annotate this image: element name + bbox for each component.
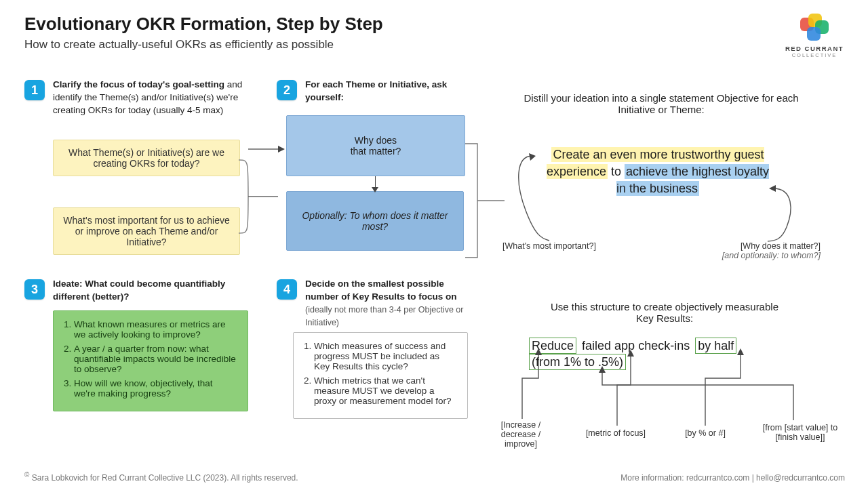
obj-ann-right-1: [Why does it matter?]	[741, 241, 821, 251]
arrowhead-down-icon	[372, 187, 378, 192]
page-subtitle: How to create actually-useful OKRs as ef…	[24, 38, 334, 52]
step-2-box-why: Why does that matter?	[286, 115, 465, 176]
step-1-question-1: What Theme(s) or Initiative(s) are we cr…	[53, 140, 240, 176]
step-4-li-1: Which measures of success and progress M…	[314, 341, 456, 371]
kr-ann-1: [Increase / decrease / improve]	[487, 420, 555, 449]
step-3-bold: Ideate: What could become quantifiably d…	[53, 279, 225, 302]
svg-marker-0	[278, 146, 285, 152]
kr-tag-amount: by half	[695, 338, 736, 354]
step-4-bold: Decide on the smallest possible number o…	[305, 279, 457, 302]
kr-metric: failed app check-ins	[580, 338, 692, 353]
kr-tag-verb: Reduce	[529, 338, 576, 354]
step-1-badge: 1	[24, 80, 45, 100]
kr-ann-2: [metric of focus]	[575, 428, 656, 438]
brand-logo: RED CURRANT COLLECTIVE	[784, 14, 845, 58]
objective-statement: Create an even more trustworthy guest ex…	[542, 146, 773, 198]
brand-name-1: RED CURRANT	[784, 45, 845, 52]
kr-intro: Use this structure to create objectively…	[542, 301, 787, 324]
step-4-li-2: Which metrics that we can't measure MUST…	[314, 375, 456, 406]
obj-highlight-why: achieve the highest loyalty in the busin…	[616, 164, 769, 196]
brand-name-2: COLLECTIVE	[784, 52, 845, 58]
logo-icon	[800, 14, 829, 42]
svg-marker-1	[529, 153, 536, 161]
step-1-question-2: What's most important for us to achieve …	[53, 207, 240, 255]
step-4-questions: Which measures of success and progress M…	[293, 332, 468, 419]
step-3-badge: 3	[24, 279, 45, 300]
kr-tag-range: (from 1% to .5%)	[529, 354, 626, 370]
step-3-li-2: A year / a quarter from now: what quanti…	[74, 344, 237, 374]
obj-ann-right-2: [and optionally: to whom?]	[722, 251, 821, 260]
step-1-text: Clarify the focus of today's goal-settin…	[53, 79, 243, 117]
step-2-box-whom: Optionally: To whom does it matter most?	[286, 191, 464, 251]
step-4-note: (ideally not more than 3-4 per Objective…	[305, 305, 463, 327]
kr-ann-4: [from [start value] to [finish value]]	[753, 423, 848, 442]
step-3-li-3: How will we know, objectively, that we'r…	[74, 378, 237, 399]
obj-joiner: to	[608, 165, 625, 178]
step-3-questions: What known measures or metrics are we ac…	[53, 310, 248, 411]
page-title: Evolutionary OKR Formation, Step by Step	[24, 14, 383, 35]
step-2-bold: For each Theme or Initiative, ask yourse…	[305, 79, 447, 102]
step-3-text: Ideate: What could become quantifiably d…	[53, 278, 243, 304]
footer-right: More information: redcurrantco.com | hel…	[620, 473, 845, 483]
step-1-bold: Clarify the focus of today's goal-settin…	[53, 79, 224, 89]
step-2-text: For each Theme or Initiative, ask yourse…	[305, 79, 461, 104]
footer-left: © Sara Lobkovich for Red Currant Collect…	[24, 471, 298, 483]
obj-ann-right: [Why does it matter?] [and optionally: t…	[698, 241, 821, 260]
step-4-text: Decide on the smallest possible number o…	[305, 278, 468, 329]
obj-ann-left: [What's most important?]	[488, 241, 610, 251]
connector-1-to-2	[237, 136, 288, 258]
step-3-li-1: What known measures or metrics are we ac…	[74, 319, 237, 340]
kr-statement: Reduce failed app check-ins by half (fro…	[529, 338, 800, 371]
distill-intro: Distill your ideation into a single stat…	[515, 92, 807, 115]
step-4-badge: 4	[277, 279, 297, 300]
step-2-badge: 2	[277, 80, 297, 100]
kr-ann-3: [by % or #]	[675, 428, 736, 438]
